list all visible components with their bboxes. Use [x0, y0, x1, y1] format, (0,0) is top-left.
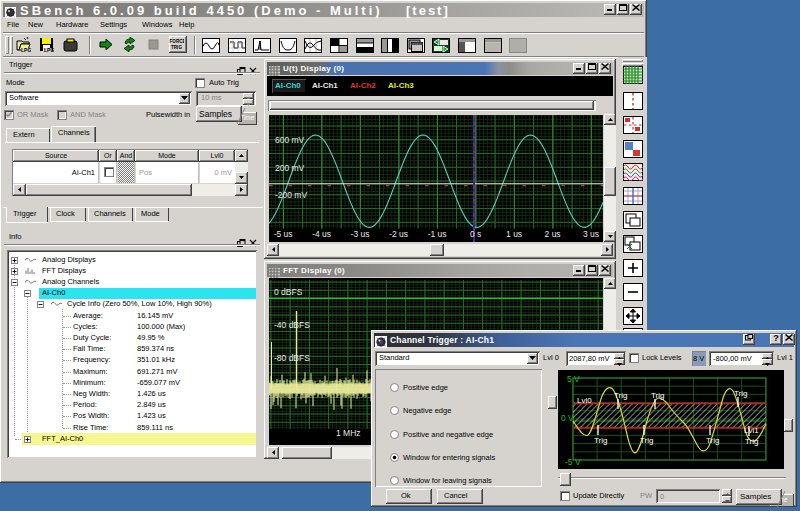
- svg-text:Trig: Trig: [706, 436, 719, 445]
- svg-text:1 MHz: 1 MHz: [336, 428, 361, 438]
- svg-text:Trig: Trig: [734, 389, 747, 398]
- svg-text:0 dBFS: 0 dBFS: [274, 287, 303, 297]
- svg-text:-5 V: -5 V: [565, 457, 581, 467]
- svg-text:1 us: 1 us: [506, 229, 522, 239]
- svg-text:-4 us: -4 us: [312, 229, 331, 239]
- svg-text:-3 us: -3 us: [350, 229, 369, 239]
- svg-text:LPG: LPG: [21, 47, 31, 52]
- svg-text:Trig: Trig: [614, 391, 627, 400]
- svg-text:TRIG: TRIG: [171, 45, 182, 50]
- svg-text:Trig: Trig: [640, 436, 653, 445]
- svg-text:-1 us: -1 us: [427, 229, 446, 239]
- svg-text:5 V: 5 V: [567, 374, 580, 384]
- svg-text:Trig: Trig: [594, 436, 607, 445]
- svg-text:-200 mV: -200 mV: [275, 190, 307, 200]
- svg-text:200 mV: 200 mV: [275, 162, 305, 172]
- svg-text:Trig: Trig: [745, 437, 758, 446]
- svg-text:3 us: 3 us: [583, 229, 599, 239]
- svg-text:-80 dBFS: -80 dBFS: [274, 353, 310, 363]
- svg-text:-2 us: -2 us: [389, 229, 408, 239]
- svg-text:-5 us: -5 us: [273, 229, 292, 239]
- svg-text:600 mV: 600 mV: [275, 135, 305, 145]
- svg-text:Lvl1: Lvl1: [744, 426, 759, 435]
- svg-text:-40 dBFS: -40 dBFS: [274, 320, 310, 330]
- svg-text:Lvl0: Lvl0: [577, 396, 592, 405]
- svg-text:2 us: 2 us: [544, 229, 560, 239]
- svg-text:Trig: Trig: [651, 391, 664, 400]
- svg-text:FORCE: FORCE: [170, 39, 185, 44]
- svg-text:0 s: 0 s: [469, 229, 480, 239]
- svg-text:0 V: 0 V: [561, 413, 574, 423]
- svg-text:LPG: LPG: [44, 47, 54, 52]
